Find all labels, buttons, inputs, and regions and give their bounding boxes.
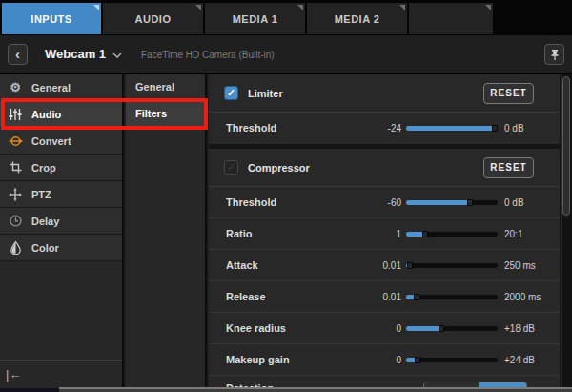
compressor-threshold-row: Threshold -60 0 dB <box>209 187 560 218</box>
compressor-section: ✓ Compressor RESET Threshold -60 0 dB Ra… <box>209 149 560 388</box>
slider-thumb[interactable] <box>492 125 498 132</box>
param-value: 0.01 <box>344 260 401 271</box>
tab-corner-icon <box>93 5 99 10</box>
tab-audio[interactable]: AUDIO <box>103 3 203 34</box>
tab-media-2[interactable]: MEDIA 2 <box>307 3 407 34</box>
slider-thumb[interactable] <box>407 262 413 269</box>
param-max-label: +18 dB <box>504 323 560 334</box>
compressor-knee-row: Knee radius 0 +18 dB <box>209 313 560 344</box>
sidebar-item-crop[interactable]: Crop <box>0 155 122 181</box>
compressor-header: ✓ Compressor RESET <box>209 149 560 187</box>
param-max-label: 0 dB <box>504 123 560 134</box>
compressor-reset-button[interactable]: RESET <box>483 157 534 178</box>
knee-radius-slider[interactable] <box>406 326 498 331</box>
param-value: 1 <box>344 229 401 239</box>
param-max-label: 2000 ms <box>504 292 560 302</box>
param-max-label: 20:1 <box>504 229 560 239</box>
slider-fill <box>406 326 441 331</box>
param-label: Threshold <box>226 196 344 208</box>
limiter-header: ✓ Limiter RESET <box>209 74 560 113</box>
collapse-sidebar-icon[interactable]: |← <box>6 367 21 382</box>
sidebar-item-label: Audio <box>31 109 61 120</box>
param-max-label: 0 dB <box>504 197 560 208</box>
param-value: 0 <box>344 355 401 365</box>
param-value: -24 <box>344 123 401 134</box>
settings-sidebar: ⚙ General Audio <box>0 74 124 392</box>
tab-media-1[interactable]: MEDIA 1 <box>205 3 305 34</box>
tab-label: AUDIO <box>135 13 172 25</box>
limiter-section: ✓ Limiter RESET Threshold -24 0 dB <box>209 74 560 144</box>
droplet-icon <box>8 240 23 256</box>
tab-corner-icon <box>297 5 303 10</box>
back-button[interactable]: ‹ <box>8 44 28 65</box>
slider-thumb[interactable] <box>422 231 428 237</box>
clock-icon <box>8 214 23 229</box>
slider-thumb[interactable] <box>467 199 473 206</box>
slider-fill <box>406 126 495 131</box>
pin-button[interactable] <box>544 44 564 65</box>
chevron-down-icon[interactable] <box>112 52 122 58</box>
param-value: 0 <box>344 323 401 334</box>
threshold-slider[interactable] <box>406 200 498 205</box>
bottom-edge-left <box>0 388 59 392</box>
top-tab-bar: INPUTS AUDIO MEDIA 1 MEDIA 2 <box>0 0 572 35</box>
subnav-item-general[interactable]: General <box>126 74 205 100</box>
compressor-checkbox[interactable]: ✓ <box>224 160 238 175</box>
sidebar-item-audio[interactable]: Audio <box>0 101 122 128</box>
sidebar-item-convert[interactable]: Convert <box>0 128 122 155</box>
sidebar-item-ptz[interactable]: PTZ <box>0 181 122 208</box>
compressor-release-row: Release 0.01 2000 ms <box>209 281 560 313</box>
tab-corner-icon <box>399 5 405 10</box>
slider-fill <box>406 358 418 362</box>
subnav-item-filters[interactable]: Filters <box>126 100 205 127</box>
release-slider[interactable] <box>406 295 498 299</box>
tab-label: INPUTS <box>31 13 72 25</box>
pushpin-icon <box>549 49 561 61</box>
slider-thumb[interactable] <box>414 294 419 300</box>
limiter-reset-button[interactable]: RESET <box>483 83 534 104</box>
param-label: Attack <box>226 259 344 271</box>
limiter-checkbox[interactable]: ✓ <box>224 86 238 100</box>
compressor-attack-row: Attack 0.01 250 ms <box>209 250 560 281</box>
tab-label: MEDIA 1 <box>233 13 278 25</box>
param-max-label: 250 ms <box>504 260 560 271</box>
compressor-makeup-row: Makeup gain 0 +24 dB <box>209 344 560 376</box>
slider-thumb[interactable] <box>439 325 444 332</box>
subnav-item-label: Filters <box>135 108 167 119</box>
vertical-scrollbar[interactable] <box>561 74 572 388</box>
tab-label: MEDIA 2 <box>335 13 380 25</box>
sidebar-item-general[interactable]: ⚙ General <box>0 74 122 101</box>
sidebar-item-label: Color <box>31 242 59 254</box>
check-icon: ✓ <box>227 87 235 99</box>
crop-icon <box>8 160 23 175</box>
slider-fill <box>406 263 410 268</box>
audio-subnav: General Filters <box>126 74 207 392</box>
subnav-item-label: General <box>135 81 174 93</box>
source-title: Webcam 1 <box>45 47 106 61</box>
makeup-gain-slider[interactable] <box>406 358 498 362</box>
slider-thumb[interactable] <box>415 357 420 363</box>
back-chevron-icon: ‹ <box>15 46 20 62</box>
bottom-edge-divider <box>59 387 572 392</box>
limiter-title: Limiter <box>248 88 483 99</box>
param-label: Makeup gain <box>226 354 344 365</box>
tab-corner-icon <box>195 5 201 10</box>
source-header: ‹ Webcam 1 FaceTime HD Camera (Built-in) <box>0 35 572 74</box>
app-window: INPUTS AUDIO MEDIA 1 MEDIA 2 ‹ Webcam 1 … <box>0 0 572 392</box>
slider-fill <box>406 295 417 299</box>
tab-inputs[interactable]: INPUTS <box>2 3 101 34</box>
scrollbar-thumb[interactable] <box>562 76 570 216</box>
ratio-slider[interactable] <box>406 232 498 237</box>
tab-empty[interactable] <box>409 3 493 34</box>
param-value: 0.01 <box>344 292 401 302</box>
audio-mixer-icon <box>8 107 23 122</box>
attack-slider[interactable] <box>406 263 498 268</box>
slider-fill <box>406 232 425 237</box>
param-max-label: +24 dB <box>504 355 560 365</box>
param-label: Ratio <box>226 228 344 239</box>
sidebar-item-delay[interactable]: Delay <box>0 208 122 235</box>
sidebar-item-color[interactable]: Color <box>0 235 122 261</box>
param-label: Release <box>226 291 344 302</box>
threshold-slider[interactable] <box>406 126 498 131</box>
filters-panel: ✓ Limiter RESET Threshold -24 0 dB <box>209 74 572 388</box>
